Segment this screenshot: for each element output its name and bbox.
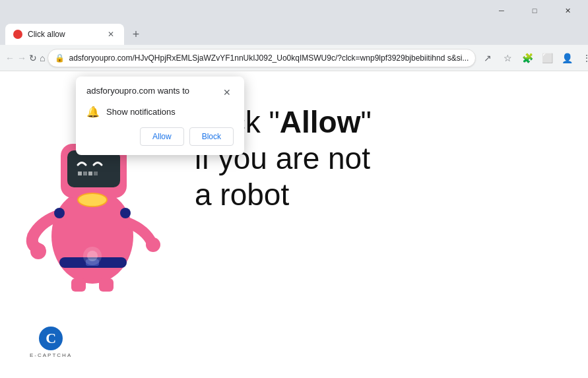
url-text: adsforyoupro.com/HJvQHpjRxEMLSjaWZvYF1nn… bbox=[69, 53, 469, 63]
click-text-allow: Allow bbox=[280, 105, 361, 139]
svg-rect-3 bbox=[78, 172, 82, 175]
home-button[interactable]: ⌂ bbox=[40, 49, 45, 67]
svg-rect-6 bbox=[94, 172, 98, 175]
svg-rect-13 bbox=[99, 278, 114, 292]
popup-option-label: Show notifications bbox=[106, 107, 176, 117]
ecaptcha-logo: C E-CAPTCHA bbox=[30, 327, 72, 358]
tab-favicon bbox=[13, 30, 22, 39]
svg-point-19 bbox=[120, 208, 131, 218]
close-button[interactable]: ✕ bbox=[552, 0, 583, 21]
ecaptcha-letter: C bbox=[39, 327, 63, 350]
active-tab[interactable]: Click allow ✕ bbox=[5, 24, 124, 45]
ecaptcha-label: E-CAPTCHA bbox=[30, 352, 72, 358]
bookmark-button[interactable]: ☆ bbox=[498, 49, 517, 67]
svg-point-9 bbox=[146, 237, 160, 252]
svg-point-8 bbox=[30, 243, 46, 259]
maximize-button[interactable]: □ bbox=[519, 0, 550, 21]
tab-close-button[interactable]: ✕ bbox=[106, 29, 116, 40]
svg-rect-12 bbox=[71, 278, 86, 292]
block-button[interactable]: Block bbox=[189, 127, 234, 146]
minimize-button[interactable]: ─ bbox=[486, 0, 517, 21]
popup-header: adsforyoupro.com wants to ✕ bbox=[86, 86, 234, 99]
address-bar[interactable]: 🔒 adsforyoupro.com/HJvQHpjRxEMLSjaWZvYF1… bbox=[48, 49, 476, 67]
notification-popup: adsforyoupro.com wants to ✕ 🔔 Show notif… bbox=[76, 77, 244, 155]
popup-option: 🔔 Show notifications bbox=[86, 106, 234, 118]
lock-icon: 🔒 bbox=[55, 53, 65, 63]
tab-bar: Click allow ✕ + bbox=[0, 21, 588, 45]
reload-button[interactable]: ↻ bbox=[29, 49, 37, 67]
allow-button[interactable]: Allow bbox=[140, 127, 184, 146]
extensions-button[interactable]: 🧩 bbox=[518, 49, 537, 67]
popup-title: adsforyoupro.com wants to bbox=[86, 86, 189, 96]
forward-button[interactable]: → bbox=[17, 49, 26, 67]
tab-title: Click allow bbox=[28, 30, 100, 39]
subtext2: a robot bbox=[195, 177, 372, 213]
title-bar: ─ □ ✕ bbox=[0, 0, 588, 21]
svg-point-15 bbox=[87, 251, 98, 261]
tab-view-button[interactable]: ⬜ bbox=[538, 49, 556, 67]
svg-point-18 bbox=[54, 208, 65, 218]
page-content: adsforyoupro.com wants to ✕ 🔔 Show notif… bbox=[0, 71, 588, 378]
share-button[interactable]: ↗ bbox=[478, 49, 497, 67]
svg-rect-5 bbox=[88, 172, 92, 175]
menu-button[interactable]: ⋮ bbox=[577, 49, 588, 67]
svg-point-7 bbox=[78, 193, 107, 206]
nav-bar: ← → ↻ ⌂ 🔒 adsforyoupro.com/HJvQHpjRxEMLS… bbox=[0, 45, 588, 71]
back-button[interactable]: ← bbox=[5, 49, 15, 67]
nav-actions: ↗ ☆ 🧩 ⬜ 👤 ⋮ bbox=[478, 49, 588, 67]
new-tab-button[interactable]: + bbox=[127, 25, 145, 44]
svg-rect-4 bbox=[83, 172, 87, 175]
title-bar-controls: ─ □ ✕ bbox=[486, 0, 583, 21]
bell-icon: 🔔 bbox=[86, 106, 100, 118]
click-text-part2: " bbox=[360, 105, 371, 139]
svg-rect-2 bbox=[67, 150, 120, 187]
popup-close-button[interactable]: ✕ bbox=[220, 86, 234, 99]
popup-buttons: Allow Block bbox=[86, 127, 234, 146]
profile-button[interactable]: 👤 bbox=[558, 49, 576, 67]
